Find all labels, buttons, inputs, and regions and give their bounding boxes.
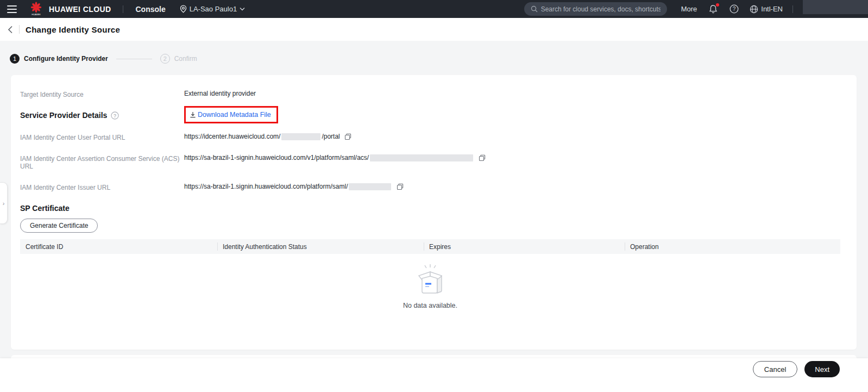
step-1-indicator: 1 <box>10 54 20 64</box>
wizard-action-bar: Cancel Next <box>0 358 868 392</box>
column-certificate-id: Certificate ID <box>20 239 217 254</box>
search-icon <box>531 5 538 13</box>
hamburger-menu-icon[interactable] <box>7 5 17 13</box>
service-provider-details-label: Service Provider Details <box>20 111 107 120</box>
target-identity-source-value: External identity provider <box>184 90 256 97</box>
copy-icon[interactable] <box>479 154 486 161</box>
brand-name: HUAWEI CLOUD <box>49 5 111 14</box>
issuer-url-row: IAM Identity Center Issuer URL https://s… <box>20 183 840 191</box>
empty-state-text: No data available. <box>403 302 457 309</box>
locale-label: Intl-EN <box>761 5 783 13</box>
generate-certificate-button[interactable]: Generate Certificate <box>20 219 98 233</box>
column-expires: Expires <box>424 239 625 254</box>
help-button[interactable]: ? <box>729 4 739 14</box>
issuer-url-prefix: https://sa-brazil-1.signin.huaweicloud.c… <box>184 183 348 190</box>
topbar-divider <box>123 5 123 13</box>
target-identity-source-label: Target Identity Source <box>20 90 184 98</box>
certificate-table-header: Certificate ID Identity Authentication S… <box>20 239 840 254</box>
title-divider <box>19 25 20 34</box>
redacted-value <box>370 154 473 161</box>
top-navigation-bar: HUAWEI HUAWEI CLOUD Console LA-Sao Paulo… <box>0 0 868 18</box>
back-button[interactable] <box>8 26 13 34</box>
download-icon <box>190 111 196 118</box>
annotation-highlight-box: Download Metadata File <box>184 106 278 123</box>
column-operation: Operation <box>625 239 840 254</box>
huawei-logo[interactable]: HUAWEI <box>29 2 43 16</box>
region-label: LA-Sao Paulo1 <box>190 5 237 13</box>
wizard-stepper: 1 Configure Identity Provider 2 Confirm <box>10 54 868 64</box>
topbar-divider <box>792 5 793 13</box>
console-link[interactable]: Console <box>135 5 165 14</box>
user-portal-url-suffix: /portal <box>322 133 339 140</box>
more-menu[interactable]: More <box>681 5 697 13</box>
acs-url-row: IAM Identity Center Assertion Consumer S… <box>20 154 840 170</box>
notification-badge <box>716 3 719 7</box>
sp-certificate-heading: SP Certificate <box>20 204 840 213</box>
configure-identity-provider-panel: Target Identity Source External identity… <box>11 75 857 350</box>
globe-icon <box>750 5 758 14</box>
locale-switcher[interactable]: Intl-EN <box>750 5 783 14</box>
search-input[interactable] <box>541 5 661 13</box>
side-panel-expander[interactable]: › <box>0 182 8 224</box>
location-pin-icon <box>180 5 187 13</box>
page-title-bar: Change Identity Source <box>0 18 868 41</box>
copy-icon[interactable] <box>344 133 351 140</box>
service-provider-details-row: Service Provider Details ? Download Meta… <box>20 106 840 123</box>
region-selector[interactable]: LA-Sao Paulo1 <box>180 5 245 13</box>
user-portal-url-prefix: https://idcenter.huaweicloud.com/ <box>184 133 280 140</box>
account-area-redacted[interactable] <box>803 0 868 14</box>
chevron-right-icon: › <box>3 200 5 207</box>
acs-url-prefix: https://sa-brazil-1-signin.huaweicloud.c… <box>184 154 369 161</box>
next-button[interactable]: Next <box>804 361 840 377</box>
user-portal-url-row: IAM Identity Center User Portal URL http… <box>20 133 840 141</box>
column-identity-auth-status: Identity Authentication Status <box>217 239 424 254</box>
svg-text:?: ? <box>114 113 116 119</box>
step-2-indicator: 2 <box>160 54 170 64</box>
chevron-down-icon <box>240 7 245 11</box>
user-portal-url-label: IAM Identity Center User Portal URL <box>20 133 184 141</box>
help-tooltip-icon[interactable]: ? <box>111 111 119 120</box>
notifications-button[interactable] <box>709 4 718 14</box>
acs-url-label: IAM Identity Center Assertion Consumer S… <box>20 154 184 170</box>
target-identity-source-row: Target Identity Source External identity… <box>20 90 840 98</box>
global-search[interactable] <box>524 2 667 16</box>
cancel-button[interactable]: Cancel <box>753 361 797 377</box>
issuer-url-label: IAM Identity Center Issuer URL <box>20 183 184 191</box>
download-metadata-link[interactable]: Download Metadata File <box>198 111 271 119</box>
step-connector <box>116 59 152 59</box>
svg-text:?: ? <box>733 6 736 12</box>
redacted-value <box>281 133 320 140</box>
empty-box-icon <box>411 263 450 298</box>
page-title: Change Identity Source <box>26 25 120 34</box>
step-2-label: Confirm <box>174 55 197 63</box>
question-icon: ? <box>729 4 739 14</box>
chevron-left-icon <box>8 26 13 34</box>
copy-icon[interactable] <box>397 183 404 190</box>
redacted-value <box>349 183 391 190</box>
empty-state: No data available. <box>20 263 840 309</box>
step-1-label: Configure Identity Provider <box>24 55 108 63</box>
svg-text:HUAWEI: HUAWEI <box>32 13 40 16</box>
